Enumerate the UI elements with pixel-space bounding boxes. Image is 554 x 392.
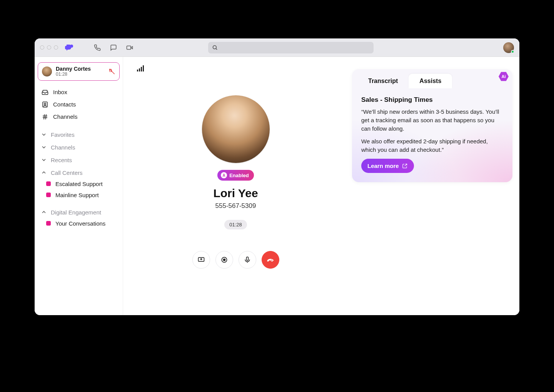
- nav-label: Contacts: [53, 101, 76, 108]
- zoom-dot[interactable]: [54, 45, 58, 50]
- assist-tabs: Transcript Assists Ai: [352, 69, 512, 88]
- active-call-name: Danny Cortes: [56, 66, 105, 72]
- svg-point-4: [44, 103, 46, 105]
- chat-icon[interactable]: [110, 44, 117, 51]
- assist-paragraph: We also offer expedited 2-day shipping i…: [361, 137, 503, 154]
- video-icon[interactable]: [126, 44, 133, 51]
- section-favorites[interactable]: Favorites: [38, 128, 120, 140]
- signal-icon: [137, 65, 145, 73]
- sidebar: Danny Cortes 01:28 Inbox Contacts: [35, 57, 123, 315]
- nav-channels[interactable]: Channels: [38, 111, 120, 123]
- sidebar-item-escalated-support[interactable]: Escalated Support: [38, 178, 120, 189]
- presence-indicator-icon: [511, 50, 514, 53]
- mute-button[interactable]: [239, 251, 256, 269]
- avatar-icon: [42, 66, 52, 76]
- share-screen-button[interactable]: [192, 251, 210, 269]
- sidebar-item-your-conversations[interactable]: Your Conversations: [38, 218, 120, 229]
- ai-enabled-badge: A Enabled: [217, 170, 254, 181]
- ai-badge-icon: A: [221, 172, 227, 178]
- contacts-icon: [42, 101, 48, 108]
- section-label: Favorites: [51, 131, 75, 138]
- section-channels[interactable]: Channels: [38, 140, 120, 153]
- caller-phone: 555-567-5309: [215, 202, 256, 210]
- svg-rect-1: [127, 46, 131, 49]
- titlebar: [35, 38, 519, 57]
- learn-more-button[interactable]: Learn more: [361, 159, 414, 173]
- search-input[interactable]: [208, 42, 374, 53]
- section-digital-engagement[interactable]: Digital Engagement: [38, 205, 120, 218]
- search-field[interactable]: [220, 45, 370, 51]
- tab-assists[interactable]: Assists: [409, 74, 452, 88]
- section-recents[interactable]: Recents: [38, 153, 120, 166]
- close-dot[interactable]: [40, 45, 44, 50]
- svg-rect-10: [139, 68, 140, 71]
- svg-line-8: [46, 114, 47, 120]
- item-label: Escalated Support: [55, 181, 103, 187]
- ai-hex-badge-icon: Ai: [499, 71, 509, 81]
- current-user-avatar[interactable]: [503, 42, 514, 53]
- item-label: Mainline Support: [55, 192, 99, 198]
- assist-panel: Transcript Assists Ai Sales - Shipping T…: [348, 57, 519, 315]
- section-label: Call Centers: [51, 169, 83, 176]
- svg-rect-11: [141, 67, 142, 71]
- caller-name: Lori Yee: [213, 187, 258, 200]
- call-duration: 01:28: [224, 220, 247, 229]
- phone-icon[interactable]: [93, 44, 101, 51]
- main-area: A Enabled Lori Yee 555-567-5309 01:28: [123, 57, 519, 315]
- window-controls[interactable]: [40, 45, 58, 50]
- color-swatch-icon: [46, 181, 51, 186]
- assist-paragraph: “We’ll ship new orders within 3-5 busine…: [361, 108, 503, 133]
- external-link-icon: [402, 163, 408, 169]
- svg-point-2: [213, 46, 217, 49]
- svg-point-15: [223, 259, 225, 261]
- section-label: Digital Engagement: [51, 209, 101, 216]
- titlebar-mode-icons: [93, 44, 133, 51]
- app-window: Danny Cortes 01:28 Inbox Contacts: [35, 38, 519, 315]
- svg-rect-9: [137, 70, 138, 71]
- assist-title: Sales - Shipping Times: [361, 96, 503, 104]
- hangup-icon[interactable]: [108, 68, 115, 75]
- color-swatch-icon: [46, 221, 51, 226]
- enabled-label: Enabled: [229, 173, 249, 178]
- nav-label: Channels: [53, 113, 77, 120]
- nav-inbox[interactable]: Inbox: [38, 86, 120, 98]
- color-swatch-icon: [46, 193, 51, 197]
- nav-contacts[interactable]: Contacts: [38, 98, 120, 111]
- chevron-up-icon: [41, 169, 47, 176]
- section-label: Channels: [51, 144, 75, 151]
- chevron-down-icon: [41, 144, 47, 150]
- section-label: Recents: [51, 157, 72, 163]
- caller-avatar: [202, 95, 270, 163]
- active-call-card[interactable]: Danny Cortes 01:28: [38, 62, 120, 81]
- section-call-centers[interactable]: Call Centers: [38, 166, 120, 178]
- svg-rect-12: [143, 65, 144, 71]
- tab-transcript[interactable]: Transcript: [357, 74, 409, 88]
- hash-icon: [42, 113, 48, 120]
- search-icon: [212, 45, 218, 50]
- call-controls: [192, 251, 279, 269]
- svg-point-0: [70, 45, 73, 48]
- chevron-up-icon: [41, 209, 47, 215]
- active-call-duration: 01:28: [56, 72, 105, 77]
- item-label: Your Conversations: [55, 220, 105, 227]
- svg-line-7: [44, 114, 45, 120]
- record-button[interactable]: [215, 251, 233, 269]
- brand-logo-icon: [65, 44, 74, 51]
- minimize-dot[interactable]: [47, 45, 51, 50]
- svg-rect-16: [246, 257, 248, 261]
- nav-label: Inbox: [53, 89, 67, 95]
- learn-more-label: Learn more: [367, 163, 399, 169]
- assist-content: Sales - Shipping Times “We’ll ship new o…: [352, 88, 512, 182]
- chevron-down-icon: [41, 131, 47, 138]
- chevron-down-icon: [41, 157, 47, 163]
- call-area: A Enabled Lori Yee 555-567-5309 01:28: [123, 57, 348, 315]
- hangup-button[interactable]: [262, 251, 279, 269]
- sidebar-item-mainline-support[interactable]: Mainline Support: [38, 189, 120, 201]
- inbox-icon: [42, 89, 48, 96]
- assist-card: Transcript Assists Ai Sales - Shipping T…: [352, 69, 512, 182]
